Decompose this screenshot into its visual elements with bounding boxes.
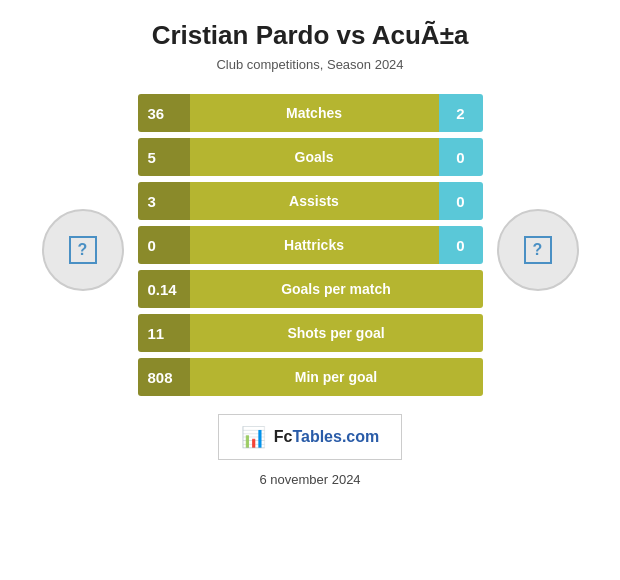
page-title: Cristian Pardo vs AcuÃ±a	[152, 20, 469, 51]
stat-left-value-goals-per-match: 0.14	[138, 270, 190, 308]
right-avatar-placeholder: ?	[524, 236, 552, 264]
stat-label-matches: Matches	[190, 94, 439, 132]
stat-left-value-goals: 5	[138, 138, 190, 176]
stat-label-hattricks: Hattricks	[190, 226, 439, 264]
bottom-section: 📊 FcTables.com 6 november 2024	[0, 396, 620, 487]
stat-label-min-per-goal: Min per goal	[190, 358, 483, 396]
page-subtitle: Club competitions, Season 2024	[216, 57, 403, 72]
stat-row-hattricks: 0Hattricks0	[138, 226, 483, 264]
stat-row-shots-per-goal: 11Shots per goal	[138, 314, 483, 352]
brand-box: 📊 FcTables.com	[218, 414, 403, 460]
stat-label-shots-per-goal: Shots per goal	[190, 314, 483, 352]
stat-row-goals: 5Goals0	[138, 138, 483, 176]
footer-date: 6 november 2024	[259, 472, 360, 487]
brand-name: FcTables.com	[274, 428, 380, 446]
right-player-avatar-col: ?	[483, 199, 593, 291]
stat-left-value-hattricks: 0	[138, 226, 190, 264]
stat-row-assists: 3Assists0	[138, 182, 483, 220]
stat-left-value-assists: 3	[138, 182, 190, 220]
stat-row-matches: 36Matches2	[138, 94, 483, 132]
stat-right-value-assists: 0	[439, 182, 483, 220]
left-avatar: ?	[42, 209, 124, 291]
main-content-row: ? 36Matches25Goals03Assists00Hattricks00…	[0, 94, 620, 396]
stat-right-value-hattricks: 0	[439, 226, 483, 264]
stat-left-value-shots-per-goal: 11	[138, 314, 190, 352]
stat-label-assists: Assists	[190, 182, 439, 220]
brand-icon: 📊	[241, 425, 266, 449]
stat-left-value-matches: 36	[138, 94, 190, 132]
left-avatar-placeholder: ?	[69, 236, 97, 264]
stat-row-min-per-goal: 808Min per goal	[138, 358, 483, 396]
stat-label-goals: Goals	[190, 138, 439, 176]
stat-label-goals-per-match: Goals per match	[190, 270, 483, 308]
stat-right-value-matches: 2	[439, 94, 483, 132]
stat-left-value-min-per-goal: 808	[138, 358, 190, 396]
right-avatar: ?	[497, 209, 579, 291]
stats-column: 36Matches25Goals03Assists00Hattricks00.1…	[138, 94, 483, 396]
page-container: Cristian Pardo vs AcuÃ±a Club competitio…	[0, 0, 620, 580]
stat-row-goals-per-match: 0.14Goals per match	[138, 270, 483, 308]
stat-right-value-goals: 0	[439, 138, 483, 176]
left-player-avatar-col: ?	[28, 199, 138, 291]
